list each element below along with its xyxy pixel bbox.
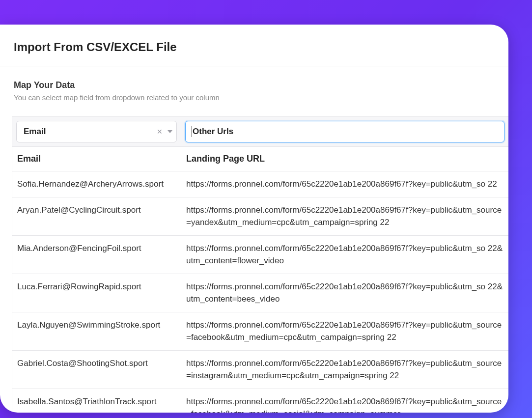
mapping-dropdown-url[interactable]: Other Urls [185,121,504,142]
cell-email: Luca.Ferrari@RowingRapid.sport [12,274,181,312]
cell-url: https://forms.pronnel.com/form/65c2220e1… [181,171,508,197]
clear-icon[interactable]: ✕ [157,128,163,136]
cell-url: https://forms.pronnel.com/form/65c2220e1… [181,389,508,413]
column-header-email: Email [12,147,181,171]
section-title: Map Your Data [0,66,508,93]
column-mapping-selector-url: Other Urls [181,117,508,146]
cell-url: https://forms.pronnel.com/form/65c2220e1… [181,197,508,235]
cell-email: Isabella.Santos@TriathlonTrack.sport [12,389,181,413]
table-body: Sofia.Hernandez@ArcheryArrows.sporthttps… [12,171,508,413]
cell-email: Gabriel.Costa@ShootingShot.sport [12,351,181,389]
page-background: Import From CSV/EXCEL File Map Your Data… [0,0,532,418]
table-row: Layla.Nguyen@SwimmingStroke.sporthttps:/… [12,312,508,351]
mapping-selector-row: Email ✕ Other Urls [12,117,508,147]
import-card: Import From CSV/EXCEL File Map Your Data… [0,25,508,413]
mapping-dropdown-input-value: Other Urls [193,127,233,137]
table-row: Gabriel.Costa@ShootingShot.sporthttps://… [12,351,508,389]
table-row: Isabella.Santos@TriathlonTrack.sporthttp… [12,389,508,413]
cell-url: https://forms.pronnel.com/form/65c2220e1… [181,312,508,350]
table-row: Luca.Ferrari@RowingRapid.sporthttps://fo… [12,274,508,312]
chevron-down-icon[interactable] [168,130,172,133]
cell-email: Aryan.Patel@CyclingCircuit.sport [12,197,181,235]
cell-url: https://forms.pronnel.com/form/65c2220e1… [181,236,508,274]
cell-url: https://forms.pronnel.com/form/65c2220e1… [181,351,508,389]
cell-url: https://forms.pronnel.com/form/65c2220e1… [181,274,508,312]
mapping-dropdown-label: Email [24,127,46,137]
mapping-table: Email ✕ Other Urls Email Land [12,116,508,413]
mapping-dropdown-email[interactable]: Email ✕ [16,121,177,142]
section-subtitle: You can select map field from dropdown r… [0,93,508,116]
text-caret [192,126,192,137]
table-header-row: Email Landing Page URL [12,147,508,171]
cell-email: Sofia.Hernandez@ArcheryArrows.sport [12,171,181,197]
column-mapping-selector-email: Email ✕ [12,117,181,146]
cell-email: Layla.Nguyen@SwimmingStroke.sport [12,312,181,350]
table-row: Sofia.Hernandez@ArcheryArrows.sporthttps… [12,171,508,197]
page-title: Import From CSV/EXCEL File [0,40,508,66]
cell-email: Mia.Anderson@FencingFoil.sport [12,236,181,274]
column-header-url: Landing Page URL [181,147,508,171]
table-row: Aryan.Patel@CyclingCircuit.sporthttps://… [12,197,508,236]
table-row: Mia.Anderson@FencingFoil.sporthttps://fo… [12,236,508,274]
